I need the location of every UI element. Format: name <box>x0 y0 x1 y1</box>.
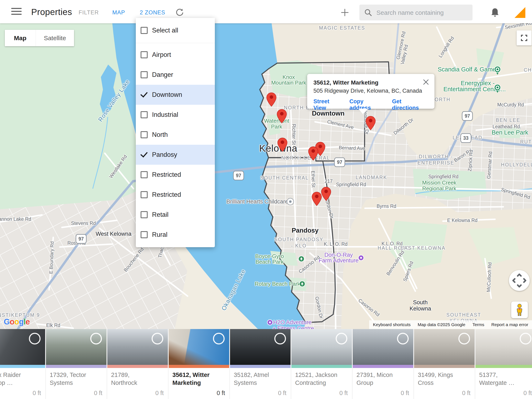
property-card-nnox-raider-ooftop[interactable]: nnox Raiderooftop …0 ft <box>0 329 45 399</box>
mission-creek-park <box>413 169 487 200</box>
property-distance: 0 ft <box>217 390 225 397</box>
zones-dropdown-menu: Select allAirportDangerDowntownIndustria… <box>136 18 215 247</box>
search-input[interactable] <box>376 5 468 21</box>
add-icon[interactable] <box>340 7 350 18</box>
property-photo <box>169 329 229 365</box>
checkmark-icon[interactable] <box>139 150 149 159</box>
get-directions-link[interactable]: Get directions <box>392 98 428 111</box>
checkbox-icon[interactable] <box>141 231 148 238</box>
terms-link[interactable]: Terms <box>472 322 484 327</box>
report-map-error-link[interactable]: Report a map error <box>491 322 528 327</box>
street-view-link[interactable]: Street View <box>313 98 342 111</box>
selection-circle-icon[interactable] <box>397 333 409 344</box>
property-card-12521-jackson-contracting[interactable]: 12521, JacksonContracting0 ft <box>291 329 352 399</box>
property-card-label: 21789,Northrock0 ft <box>107 368 168 399</box>
property-name-line: 12521, Jackson <box>295 371 348 379</box>
menu-divider <box>136 43 215 43</box>
pegman-icon <box>514 304 525 316</box>
property-card-35182-atmel-systems[interactable]: 35182, AtmelSystems0 ft <box>230 329 291 399</box>
category-color-bar <box>230 365 291 368</box>
property-card-31499-kings-cross[interactable]: 31499, KingsCross0 ft <box>414 329 475 399</box>
highway-97-shield: 97 <box>334 157 345 167</box>
zone-option-label: Retail <box>152 211 168 218</box>
property-photo <box>291 329 352 365</box>
keyboard-shortcuts-link[interactable]: Keyboard shortcuts <box>373 322 411 327</box>
zone-option-airport[interactable]: Airport <box>136 45 215 65</box>
property-card-27391-micon-group[interactable]: 27391, MiconGroup0 ft <box>353 329 413 399</box>
zone-option-danger[interactable]: Danger <box>136 65 215 85</box>
property-name-line: nnox Raider <box>0 371 41 379</box>
property-carousel: nnox Raiderooftop …0 ft17329, TectorSyst… <box>0 329 532 399</box>
zone-option-label: Restricted <box>152 191 181 198</box>
google-logo: Google <box>4 317 30 326</box>
pan-control[interactable] <box>509 270 530 291</box>
zone-option-label: Danger <box>152 71 173 78</box>
brand-logo-triangle[interactable] <box>514 7 525 18</box>
tab-filter[interactable]: FILTER <box>79 9 99 16</box>
property-name-line: Systems <box>234 379 287 387</box>
fullscreen-button[interactable] <box>517 30 532 46</box>
checkbox-icon[interactable] <box>141 211 148 218</box>
property-card-35612-witter-marketing[interactable]: 35612, WitterMarketing0 ft <box>169 329 229 399</box>
checkbox-icon[interactable] <box>141 27 148 34</box>
zone-option-industrial[interactable]: Industrial <box>136 105 215 125</box>
zone-option-downtown[interactable]: Downtown <box>136 85 215 105</box>
page-title: Properties <box>31 7 72 17</box>
tab-map[interactable]: MAP <box>112 9 125 16</box>
map-info-window: 35612, Witter Marketing 505 Ridgeway Dri… <box>307 74 434 109</box>
property-card-21789-northrock[interactable]: 21789,Northrock0 ft <box>107 329 168 399</box>
checkbox-icon[interactable] <box>141 171 148 178</box>
selection-circle-icon[interactable] <box>29 333 41 344</box>
checkbox-icon[interactable] <box>141 71 148 78</box>
map-type-control: Map Satellite <box>5 30 74 46</box>
notifications-bell-icon[interactable] <box>490 7 500 18</box>
checkbox-icon[interactable] <box>141 131 148 138</box>
property-distance: 0 ft <box>33 390 41 397</box>
property-distance: 0 ft <box>401 390 409 397</box>
zone-option-select-all[interactable]: Select all <box>136 20 215 41</box>
selection-circle-icon[interactable] <box>90 333 102 344</box>
selection-circle-icon[interactable] <box>336 333 347 344</box>
property-card-17329-tector-systems[interactable]: 17329, TectorSystems0 ft <box>46 329 107 399</box>
menu-icon[interactable] <box>11 8 22 15</box>
checkbox-icon[interactable] <box>141 191 148 198</box>
selection-circle-icon[interactable] <box>520 333 531 344</box>
refresh-icon[interactable] <box>175 7 185 18</box>
property-distance: 0 ft <box>524 390 532 397</box>
selection-circle-icon[interactable] <box>458 333 470 344</box>
zone-option-restricted[interactable]: Restricted <box>136 185 215 205</box>
property-card-label: 12521, JacksonContracting0 ft <box>291 368 352 399</box>
selection-circle-icon[interactable] <box>274 333 286 344</box>
property-name-line: ooftop … <box>0 379 41 387</box>
checkmark-icon[interactable] <box>139 91 149 99</box>
category-color-bar <box>475 365 532 368</box>
copy-address-link[interactable]: Copy address <box>349 98 385 111</box>
zone-option-north[interactable]: North <box>136 125 215 145</box>
pan-arrows-icon <box>509 270 530 291</box>
selection-circle-icon[interactable] <box>152 333 163 344</box>
property-card-label: 31499, KingsCross0 ft <box>414 368 475 399</box>
close-icon[interactable] <box>422 78 430 85</box>
property-name-line: Systems <box>50 379 103 387</box>
tab-zones[interactable]: 2 ZONES <box>140 9 165 16</box>
checkbox-icon[interactable] <box>141 111 148 118</box>
app-window: MAGIC ESTATESSexsmith RdLonghill RdGlenm… <box>0 0 532 399</box>
selection-circle-icon[interactable] <box>213 333 225 344</box>
zone-option-retail[interactable]: Retail <box>136 205 215 225</box>
category-color-bar <box>353 365 413 368</box>
info-window-address: 505 Ridgeway Drive, Kelowna, BC, Canada <box>313 88 428 94</box>
property-card-51377-watergate[interactable]: 51377,Watergate …0 ft <box>475 329 532 399</box>
property-name-line: 35182, Atmel <box>234 371 287 379</box>
map-type-satellite-button[interactable]: Satellite <box>36 30 74 46</box>
pegman-control[interactable] <box>511 301 528 318</box>
category-color-bar <box>0 365 45 368</box>
ben-lee-park <box>499 127 520 138</box>
zone-option-label: Rural <box>152 231 167 238</box>
search-box <box>359 5 473 20</box>
zone-option-pandosy[interactable]: Pandosy <box>136 145 215 165</box>
map-type-map-button[interactable]: Map <box>5 30 36 46</box>
checkbox-icon[interactable] <box>141 51 148 58</box>
zone-option-restricted[interactable]: Restricted <box>136 165 215 185</box>
property-name-line: 17329, Tector <box>50 371 103 379</box>
zone-option-rural[interactable]: Rural <box>136 225 215 245</box>
